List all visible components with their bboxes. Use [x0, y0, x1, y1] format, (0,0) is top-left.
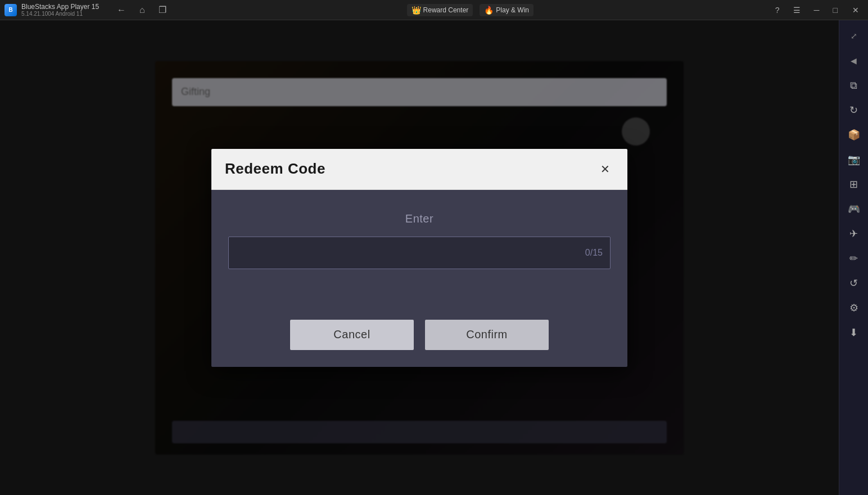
crown-icon: 👑: [412, 6, 421, 15]
dialog-header: Redeem Code ✕: [211, 149, 627, 190]
settings-icon[interactable]: ⚙: [843, 297, 865, 319]
download-icon[interactable]: ⬇: [843, 321, 865, 344]
play-win-label: Play & Win: [496, 6, 529, 14]
help-button[interactable]: ?: [772, 3, 783, 17]
airplane-icon[interactable]: ✈: [843, 222, 865, 245]
dialog-title: Redeem Code: [225, 160, 326, 178]
redeem-code-dialog: Redeem Code ✕ Enter 0/15 Cancel Confirm: [211, 149, 627, 367]
gamepad-icon[interactable]: 🎮: [843, 198, 865, 220]
copy-nav-button[interactable]: ❐: [156, 2, 169, 17]
titlebar-app-name: BlueStacks App Player 15: [21, 3, 99, 11]
home-nav-button[interactable]: ⌂: [137, 3, 147, 17]
titlebar-left: B BlueStacks App Player 15 5.14.21.1004 …: [0, 2, 169, 17]
refresh-icon[interactable]: ↺: [843, 272, 865, 294]
dialog-close-button[interactable]: ✕: [596, 160, 614, 178]
titlebar-app-info: BlueStacks App Player 15 5.14.21.1004 An…: [21, 3, 99, 17]
bluestacks-logo: B: [4, 4, 17, 16]
fire-icon: 🔥: [484, 6, 494, 15]
dialog-footer: Cancel Confirm: [211, 320, 627, 367]
collapse-sidebar-icon[interactable]: ◀: [843, 49, 865, 72]
reward-center-label: Reward Center: [423, 6, 469, 14]
expand-sidebar-icon[interactable]: ⤢: [843, 25, 865, 47]
window-close-button[interactable]: ✕: [848, 3, 864, 17]
dialog-backdrop: Redeem Code ✕ Enter 0/15 Cancel Confirm: [0, 20, 839, 495]
titlebar-version: 5.14.21.1004 Android 11: [21, 11, 99, 17]
reward-center-button[interactable]: 👑 Reward Center: [407, 4, 473, 16]
titlebar-nav: ← ⌂ ❐: [115, 2, 169, 17]
menu-button[interactable]: ☰: [790, 3, 804, 17]
rotate-icon[interactable]: ↻: [843, 99, 865, 121]
play-win-button[interactable]: 🔥 Play & Win: [480, 4, 534, 16]
maximize-button[interactable]: □: [830, 3, 841, 17]
cancel-button[interactable]: Cancel: [290, 320, 414, 350]
redeem-code-input[interactable]: [228, 237, 611, 269]
brush-icon[interactable]: ✏: [843, 247, 865, 270]
main-content: Gifting Redeem Code ✕ Enter 0/15: [0, 20, 839, 495]
dialog-body: Enter 0/15: [211, 190, 627, 320]
right-sidebar: ⤢ ◀ ⧉ ↻ 📦 📷 ⊞ 🎮 ✈ ✏ ↺ ⚙ ⬇: [839, 20, 868, 495]
apk-icon[interactable]: 📦: [843, 124, 865, 146]
titlebar-right: ? ☰ ─ □ ✕: [772, 3, 868, 17]
titlebar-center: 👑 Reward Center 🔥 Play & Win: [407, 4, 534, 16]
dialog-input-wrap: 0/15: [228, 237, 611, 269]
back-nav-button[interactable]: ←: [115, 3, 128, 17]
screenshot-icon[interactable]: 📷: [843, 148, 865, 171]
dialog-enter-label: Enter: [405, 212, 433, 225]
confirm-button[interactable]: Confirm: [425, 320, 549, 350]
titlebar: B BlueStacks App Player 15 5.14.21.1004 …: [0, 0, 868, 20]
layers-icon[interactable]: ⧉: [843, 74, 865, 97]
minimize-button[interactable]: ─: [811, 3, 823, 17]
resize-icon[interactable]: ⊞: [843, 173, 865, 196]
